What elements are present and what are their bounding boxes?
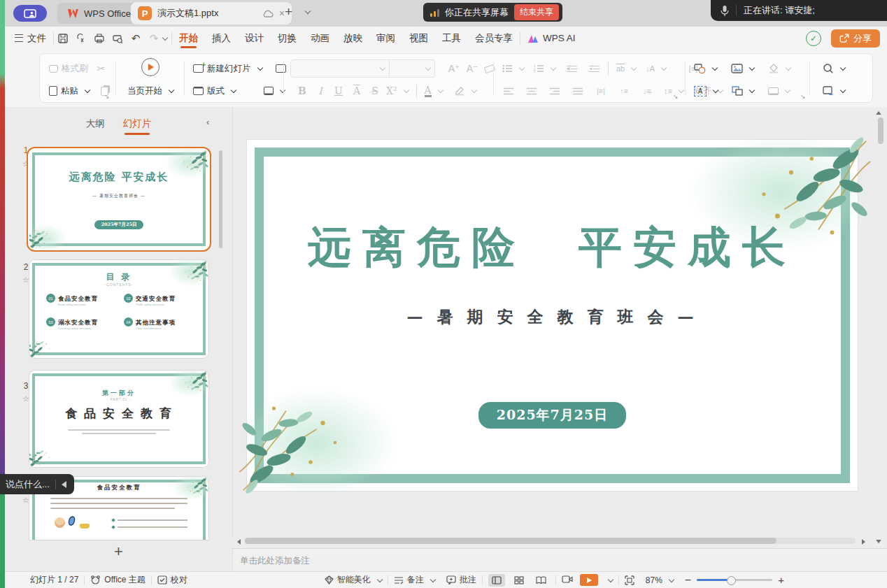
align-right-icon[interactable] [546, 83, 563, 99]
slide-date-badge[interactable]: 2025年7月25日 [478, 402, 627, 429]
tab-slideshow[interactable]: 放映 [336, 27, 369, 50]
scroll-up-icon[interactable] [876, 111, 881, 115]
tab-insert[interactable]: 插入 [205, 27, 238, 50]
zoom-in-button[interactable]: + [772, 574, 790, 586]
placeholder-button[interactable] [766, 87, 792, 95]
cloud-sync-icon[interactable] [262, 10, 274, 17]
redo-button[interactable]: ↷ [145, 30, 163, 47]
end-share-button[interactable]: 结束共享 [514, 4, 559, 20]
fill-color-button[interactable] [766, 64, 793, 73]
tab-review[interactable]: 审阅 [369, 27, 402, 50]
document-tab[interactable]: P 演示文稿1.pptx × [131, 2, 292, 24]
distribute-icon[interactable]: |≡| [592, 83, 609, 99]
present-from-screen-icon[interactable] [273, 61, 290, 76]
proofing-button[interactable]: 校对 [152, 574, 193, 586]
tab-tools[interactable]: 工具 [435, 27, 468, 50]
file-menu[interactable]: 文件 [5, 27, 53, 50]
share-button[interactable]: 分享 [831, 29, 880, 48]
tab-design[interactable]: 设计 [238, 27, 271, 50]
add-slide-button[interactable]: + [5, 543, 232, 571]
line-spacing-dec-icon[interactable]: ↓≡ [639, 83, 655, 99]
close-tab-icon[interactable]: × [279, 8, 285, 19]
zoom-out-button[interactable]: − [679, 574, 697, 587]
bold-button[interactable]: B [293, 85, 311, 96]
comments-button[interactable]: 批注 [441, 574, 482, 586]
tab-view[interactable]: 视图 [402, 27, 435, 50]
format-painter-button[interactable]: 格式刷 [47, 63, 90, 75]
tab-member[interactable]: 会员专享 [468, 27, 520, 50]
find-button[interactable] [821, 63, 847, 74]
slide-thumbnail-2[interactable]: 目 录 -CONTENTS- 01 食品安全教育 Food safety edu… [29, 260, 208, 358]
new-tab-button[interactable]: + [285, 4, 292, 20]
undo-button[interactable]: ↶ [127, 30, 145, 47]
cut-icon[interactable]: ✂ [93, 61, 110, 76]
tab-list-chevron-icon[interactable] [305, 8, 311, 14]
tab-animation[interactable]: 动画 [304, 27, 336, 50]
play-slideshow-button[interactable] [580, 574, 598, 586]
bullet-list-button[interactable] [500, 64, 526, 73]
slide-thumbnail-3[interactable]: 第一部分 - PART.01 - 食 品 安 全 教 育 [29, 371, 208, 467]
chat-bubble[interactable]: 说点什么... [0, 474, 74, 494]
numbered-list-button[interactable]: 123 [532, 64, 558, 73]
insert-picture-button[interactable] [729, 64, 756, 73]
notes-bar[interactable]: 单击此处添加备注 [232, 548, 887, 573]
scroll-down-icon[interactable] [876, 540, 881, 543]
zoom-slider[interactable] [697, 579, 772, 581]
screen-share-indicator-button[interactable] [13, 5, 47, 22]
decrease-font-button[interactable]: A⁻ [463, 63, 481, 74]
notes-toggle-button[interactable]: 备注 [388, 574, 441, 586]
record-show-icon[interactable] [562, 575, 573, 586]
vertical-scrollbar-thumb[interactable] [878, 117, 884, 144]
font-color-button[interactable]: A [423, 85, 445, 97]
current-slide[interactable]: 远离危险 平安成长 — 暑 期 安 全 教 育 班 会 — 2025年7月25日 [247, 140, 858, 491]
history-chevron-icon[interactable] [162, 34, 168, 40]
new-slide-button[interactable]: + 新建幻灯片 [191, 63, 264, 75]
increase-indent-icon[interactable] [586, 61, 602, 76]
superscript-button[interactable]: X² [384, 85, 411, 96]
text-direction-button[interactable]: ab [614, 64, 638, 73]
slide-title[interactable]: 远离危险 平安成长 [247, 218, 858, 277]
text-box-button[interactable]: A [692, 86, 720, 96]
font-size-select[interactable] [390, 59, 435, 78]
export-button[interactable] [72, 30, 90, 47]
doc-status-check-icon[interactable]: ✓ [806, 31, 821, 46]
tab-wps-ai[interactable]: WPS AI [520, 27, 583, 50]
text-orientation-button[interactable]: ↓A [644, 64, 668, 73]
italic-button[interactable]: I [311, 85, 329, 96]
tab-transition[interactable]: 切换 [271, 27, 304, 50]
scroll-left-icon[interactable] [237, 539, 241, 545]
normal-view-button[interactable] [488, 574, 505, 587]
clipboard-group-expander[interactable]: ↘ [104, 93, 110, 100]
insert-group-expander[interactable]: ↘ [800, 93, 806, 100]
reading-view-button[interactable] [533, 574, 550, 587]
slide-thumbnail-1[interactable]: 远离危险 平安成长 — 暑期安全教育班会 — 2025年7月25日 [29, 150, 208, 249]
increase-font-button[interactable]: A⁺ [445, 63, 463, 74]
tab-slides[interactable]: 幻灯片 [123, 117, 152, 130]
home-tab[interactable]: WPS Office [57, 3, 141, 24]
paste-button[interactable]: 粘贴 [47, 85, 92, 97]
insert-shape-button[interactable] [692, 64, 719, 74]
fit-slide-button[interactable] [619, 575, 640, 585]
zoom-slider-thumb[interactable] [727, 576, 736, 585]
horizontal-scrollbar-track[interactable] [245, 538, 856, 544]
strikethrough-button[interactable]: S [366, 85, 384, 96]
collapse-bubble-icon[interactable] [62, 481, 66, 488]
align-left-icon[interactable] [500, 83, 517, 99]
switch-window-button[interactable] [821, 86, 847, 96]
print-button[interactable] [90, 30, 108, 47]
scroll-right-icon[interactable] [862, 539, 865, 545]
clear-format-icon[interactable] [481, 61, 498, 76]
play-options-chevron-icon[interactable] [608, 576, 613, 582]
play-from-current-button[interactable]: 当页开始 [125, 85, 176, 97]
font-family-select[interactable] [290, 59, 390, 78]
theme-button[interactable]: Office 主题 [85, 574, 150, 586]
layout-button[interactable]: 版式 [191, 85, 238, 97]
underline-button[interactable]: U [329, 85, 348, 96]
align-center-icon[interactable] [523, 83, 540, 99]
horizontal-scrollbar-thumb[interactable] [245, 538, 776, 544]
play-from-current-icon[interactable] [141, 58, 159, 76]
smart-beautify-button[interactable]: 智能美化 [319, 574, 388, 586]
save-button[interactable] [54, 30, 72, 47]
tab-outline[interactable]: 大纲 [86, 117, 105, 130]
justify-icon[interactable] [569, 83, 586, 99]
